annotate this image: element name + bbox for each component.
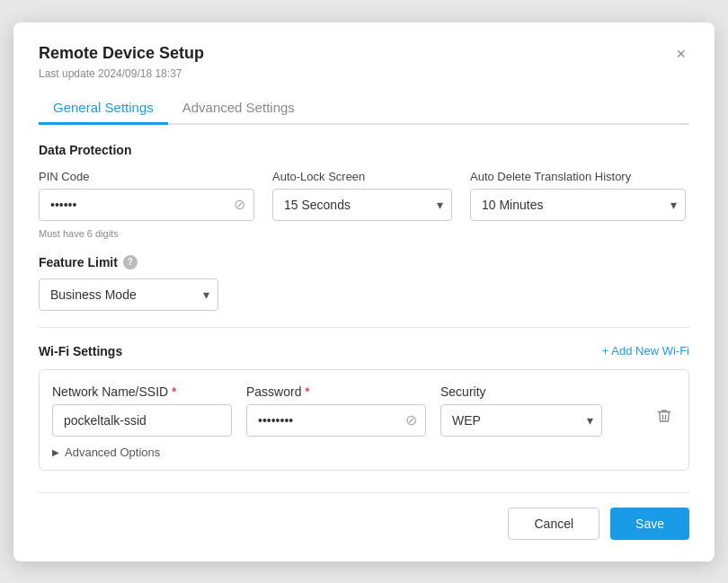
footer: Cancel Save bbox=[39, 492, 689, 540]
feature-limit-header: Feature Limit ? bbox=[39, 255, 689, 269]
autodelete-group: Auto Delete Translation History Never 5 … bbox=[470, 170, 686, 221]
pin-group: PIN Code ⊘ Must have 6 digits bbox=[39, 170, 254, 239]
wifi-ssid-label: Network Name/SSID * bbox=[52, 384, 232, 399]
wifi-card: Network Name/SSID * Password * ⊘ bbox=[39, 369, 689, 471]
advanced-options-toggle[interactable]: ▶ Advanced Options bbox=[52, 446, 676, 459]
wifi-ssid-group: Network Name/SSID * bbox=[52, 384, 232, 437]
wifi-security-label: Security bbox=[440, 384, 602, 399]
feature-limit-title-text: Feature Limit bbox=[39, 255, 118, 269]
last-update-text: Last update 2024/09/18 18:37 bbox=[39, 67, 689, 80]
autodelete-label: Auto Delete Translation History bbox=[470, 170, 686, 183]
tab-general[interactable]: General Settings bbox=[39, 93, 168, 125]
wifi-password-group: Password * ⊘ bbox=[246, 384, 426, 437]
add-wifi-button[interactable]: + Add New Wi-Fi bbox=[602, 344, 689, 358]
section-divider bbox=[39, 327, 689, 328]
feature-limit-section: Feature Limit ? Business Mode Personal M… bbox=[39, 255, 689, 311]
wifi-password-input[interactable] bbox=[246, 404, 426, 437]
data-protection-section: Data Protection PIN Code ⊘ Must have 6 d… bbox=[39, 143, 689, 239]
autolock-select[interactable]: Never 5 Seconds 10 Seconds 15 Seconds 30… bbox=[272, 189, 452, 221]
pin-input-wrapper: ⊘ bbox=[39, 189, 254, 221]
wifi-title: Wi-Fi Settings bbox=[39, 344, 122, 358]
modal: Remote Device Setup × Last update 2024/0… bbox=[13, 22, 715, 561]
modal-header: Remote Device Setup × bbox=[39, 44, 689, 64]
wifi-delete-button[interactable] bbox=[653, 404, 676, 432]
data-protection-title: Data Protection bbox=[39, 143, 689, 157]
wifi-fields-row: Network Name/SSID * Password * ⊘ bbox=[52, 384, 676, 437]
feature-limit-select-wrapper: Business Mode Personal Mode ▾ bbox=[39, 278, 218, 311]
pin-input[interactable] bbox=[39, 189, 254, 221]
autolock-label: Auto-Lock Screen bbox=[272, 170, 452, 183]
wifi-section: Wi-Fi Settings + Add New Wi-Fi Network N… bbox=[39, 344, 689, 471]
wifi-header: Wi-Fi Settings + Add New Wi-Fi bbox=[39, 344, 689, 358]
autodelete-select[interactable]: Never 5 Minutes 10 Minutes 30 Minutes 1 … bbox=[470, 189, 686, 221]
advanced-options-triangle-icon: ▶ bbox=[52, 447, 59, 457]
wifi-ssid-input[interactable] bbox=[52, 404, 232, 437]
wifi-security-select[interactable]: None WEP WPA/WPA2 WPA3 bbox=[440, 404, 602, 437]
save-button[interactable]: Save bbox=[610, 508, 689, 540]
feature-limit-select[interactable]: Business Mode Personal Mode bbox=[39, 278, 218, 311]
cancel-button[interactable]: Cancel bbox=[508, 508, 599, 540]
wifi-eye-off-icon[interactable]: ⊘ bbox=[405, 411, 417, 428]
tabs: General Settings Advanced Settings bbox=[39, 93, 689, 125]
autolock-select-wrapper: Never 5 Seconds 10 Seconds 15 Seconds 30… bbox=[272, 189, 452, 221]
wifi-security-select-wrapper: None WEP WPA/WPA2 WPA3 ▾ bbox=[440, 404, 602, 437]
eye-off-icon[interactable]: ⊘ bbox=[234, 196, 245, 213]
close-button[interactable]: × bbox=[672, 44, 689, 64]
wifi-security-group: Security None WEP WPA/WPA2 WPA3 ▾ bbox=[440, 384, 602, 437]
autodelete-select-wrapper: Never 5 Minutes 10 Minutes 30 Minutes 1 … bbox=[470, 189, 686, 221]
autolock-group: Auto-Lock Screen Never 5 Seconds 10 Seco… bbox=[272, 170, 452, 221]
wifi-password-label: Password * bbox=[246, 384, 426, 399]
pin-hint: Must have 6 digits bbox=[39, 228, 254, 239]
modal-title: Remote Device Setup bbox=[39, 44, 204, 63]
data-protection-row: PIN Code ⊘ Must have 6 digits Auto-Lock … bbox=[39, 170, 689, 239]
tab-advanced[interactable]: Advanced Settings bbox=[168, 93, 309, 125]
help-icon[interactable]: ? bbox=[123, 255, 138, 269]
pin-label: PIN Code bbox=[39, 170, 254, 183]
wifi-password-input-wrapper: ⊘ bbox=[246, 404, 426, 437]
advanced-options-label: Advanced Options bbox=[65, 446, 160, 459]
